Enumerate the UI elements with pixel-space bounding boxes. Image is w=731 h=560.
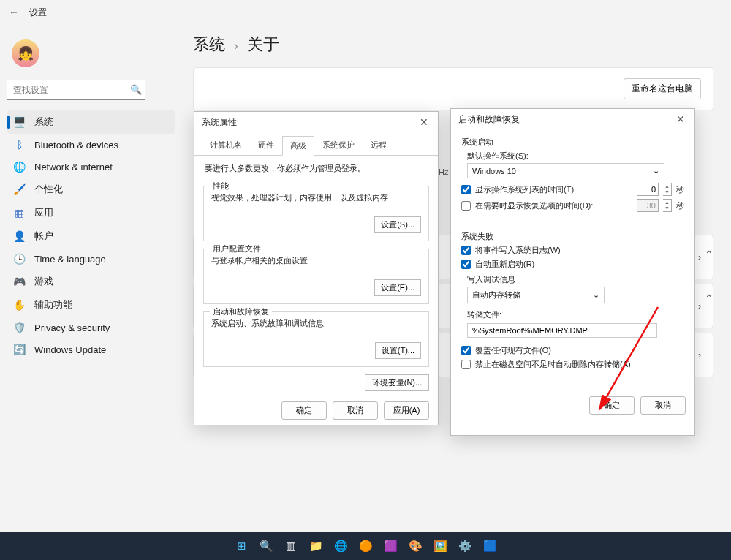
recovery-time-input bbox=[637, 199, 659, 212]
nav-label: Windows Update bbox=[34, 344, 106, 355]
close-icon[interactable]: ✕ bbox=[417, 116, 431, 128]
photos-icon[interactable]: 🖼️ bbox=[431, 537, 450, 556]
nav-icon: 🖌️ bbox=[13, 183, 26, 195]
env-vars-button[interactable]: 环境变量(N)... bbox=[365, 374, 429, 391]
back-icon[interactable]: ← bbox=[9, 7, 19, 18]
os-list-time-input[interactable] bbox=[637, 183, 659, 196]
perf-settings-button[interactable]: 设置(S)... bbox=[374, 216, 421, 233]
sidebar-item-0[interactable]: 🖥️系统 bbox=[7, 110, 175, 134]
nav-label: Bluetooth & devices bbox=[34, 140, 118, 151]
tab-1[interactable]: 硬件 bbox=[250, 135, 282, 155]
tab-3[interactable]: 系统保护 bbox=[314, 135, 363, 155]
chevron-right-icon: › bbox=[698, 350, 701, 360]
dlg1-cancel-button[interactable]: 取消 bbox=[333, 401, 378, 420]
nav-icon: 🎮 bbox=[13, 276, 26, 287]
sidebar-item-10[interactable]: 🔄Windows Update bbox=[7, 338, 175, 360]
browser2-icon[interactable]: 🟠 bbox=[356, 537, 375, 556]
auto-restart-checkbox[interactable] bbox=[461, 260, 471, 269]
nav-label: Time & language bbox=[34, 254, 106, 265]
spinner: ▲▼ bbox=[663, 199, 672, 212]
dlg2-ok-button[interactable]: 确定 bbox=[589, 396, 635, 415]
chevron-right-icon: › bbox=[230, 39, 242, 52]
low-disk-checkbox[interactable] bbox=[461, 360, 471, 369]
startup-recovery-group: 启动和故障恢复 系统启动、系统故障和调试信息 设置(T)... bbox=[203, 311, 429, 367]
dlg2-title: 启动和故障恢复 bbox=[458, 113, 520, 126]
nav-label: 游戏 bbox=[34, 275, 53, 288]
nav-icon: 🕒 bbox=[13, 253, 26, 265]
explorer-icon[interactable]: 📁 bbox=[306, 537, 325, 556]
admin-note: 要进行大多数更改，你必须作为管理员登录。 bbox=[194, 156, 438, 181]
chevron-down-icon: ⌄ bbox=[593, 290, 599, 300]
expand-chevron-2[interactable]: ⌃ bbox=[705, 292, 713, 304]
nav-icon: ✋ bbox=[13, 299, 26, 311]
nav-icon: 🌐 bbox=[13, 161, 26, 173]
spinner[interactable]: ▲▼ bbox=[663, 183, 672, 196]
sidebar-item-4[interactable]: ▦应用 bbox=[7, 201, 175, 224]
sidebar-item-5[interactable]: 👤帐户 bbox=[7, 224, 175, 248]
sidebar: 👧 🔍 🖥️系统ᛒBluetooth & devices🌐Network & i… bbox=[0, 25, 183, 369]
nav-icon: 🖥️ bbox=[13, 116, 26, 128]
app2-icon[interactable]: 🟦 bbox=[480, 537, 499, 556]
chevron-right-icon: › bbox=[698, 252, 701, 262]
chrome-icon[interactable]: 🌐 bbox=[331, 537, 350, 556]
device-info-card: 重命名这台电脑 bbox=[193, 67, 713, 110]
search-input[interactable] bbox=[7, 80, 145, 100]
sidebar-item-8[interactable]: ✋辅助功能 bbox=[7, 293, 175, 317]
app1-icon[interactable]: 🟪 bbox=[381, 537, 400, 556]
nav-label: 个性化 bbox=[34, 183, 63, 196]
dlg2-cancel-button[interactable]: 取消 bbox=[640, 396, 686, 415]
user-settings-button[interactable]: 设置(E)... bbox=[374, 279, 421, 296]
dump-file-input[interactable] bbox=[467, 323, 657, 338]
overwrite-checkbox[interactable] bbox=[461, 346, 471, 355]
nav-icon: 🔄 bbox=[13, 344, 26, 355]
tab-0[interactable]: 计算机名 bbox=[202, 135, 250, 155]
show-recovery-checkbox[interactable] bbox=[461, 201, 471, 211]
write-event-log-checkbox[interactable] bbox=[461, 246, 471, 255]
startup-recovery-dialog: 启动和故障恢复 ✕ 系统启动 默认操作系统(S): Windows 10 ⌄ 显… bbox=[450, 108, 695, 436]
nav-label: 辅助功能 bbox=[34, 298, 72, 311]
nav-label: 系统 bbox=[34, 116, 53, 129]
chevron-down-icon: ⌄ bbox=[653, 166, 659, 175]
settings-icon[interactable]: ⚙️ bbox=[455, 537, 474, 556]
sidebar-item-1[interactable]: ᛒBluetooth & devices bbox=[7, 134, 175, 156]
tab-4[interactable]: 远程 bbox=[363, 135, 395, 155]
breadcrumb: 系统 › 关于 bbox=[193, 34, 713, 56]
show-os-list-checkbox[interactable] bbox=[461, 185, 471, 194]
dump-type-select[interactable]: 自动内存转储 ⌄ bbox=[467, 287, 605, 303]
dlg1-title: 系统属性 bbox=[202, 116, 237, 129]
sidebar-item-6[interactable]: 🕒Time & language bbox=[7, 248, 175, 270]
nav-icon: ᛒ bbox=[13, 139, 26, 151]
nav-icon: 🛡️ bbox=[13, 322, 26, 333]
sidebar-item-2[interactable]: 🌐Network & internet bbox=[7, 156, 175, 178]
dlg1-ok-button[interactable]: 确定 bbox=[281, 401, 327, 420]
dlg1-apply-button[interactable]: 应用(A) bbox=[384, 401, 429, 420]
start-icon[interactable]: ⊞ bbox=[232, 537, 251, 556]
rename-pc-button[interactable]: 重命名这台电脑 bbox=[624, 78, 701, 99]
breadcrumb-current: 关于 bbox=[247, 35, 279, 53]
startup-settings-button[interactable]: 设置(T)... bbox=[375, 342, 421, 359]
nav-label: 帐户 bbox=[34, 230, 53, 243]
hz-text: Hz bbox=[439, 167, 448, 176]
default-os-select[interactable]: Windows 10 ⌄ bbox=[467, 163, 664, 178]
paint-icon[interactable]: 🎨 bbox=[406, 537, 425, 556]
avatar[interactable]: 👧 bbox=[12, 39, 39, 67]
performance-group: 性能 视觉效果，处理器计划，内存使用，以及虚拟内存 设置(S)... bbox=[203, 186, 429, 241]
expand-chevron-1[interactable]: ⌃ bbox=[705, 249, 713, 260]
nav-label: 应用 bbox=[34, 206, 53, 219]
sidebar-item-3[interactable]: 🖌️个性化 bbox=[7, 178, 175, 201]
close-icon[interactable]: ✕ bbox=[674, 113, 687, 125]
breadcrumb-parent[interactable]: 系统 bbox=[193, 35, 225, 53]
sidebar-item-9[interactable]: 🛡️Privacy & security bbox=[7, 317, 175, 338]
task-search-icon[interactable]: 🔍 bbox=[257, 537, 276, 556]
window-title: 设置 bbox=[29, 7, 47, 19]
task-view-icon[interactable]: ▥ bbox=[281, 537, 300, 556]
tab-2[interactable]: 高级 bbox=[282, 136, 314, 156]
user-profile-group: 用户配置文件 与登录帐户相关的桌面设置 设置(E)... bbox=[203, 249, 429, 304]
nav-icon: 👤 bbox=[13, 230, 26, 242]
taskbar: ⊞ 🔍 ▥ 📁 🌐 🟠 🟪 🎨 🖼️ ⚙️ 🟦 bbox=[0, 532, 731, 560]
system-properties-dialog: 系统属性 ✕ 计算机名硬件高级系统保护远程 要进行大多数更改，你必须作为管理员登… bbox=[194, 111, 439, 425]
nav-label: Privacy & security bbox=[34, 322, 110, 333]
search-icon[interactable]: 🔍 bbox=[130, 84, 142, 95]
nav-label: Network & internet bbox=[34, 162, 113, 173]
sidebar-item-7[interactable]: 🎮游戏 bbox=[7, 270, 175, 293]
